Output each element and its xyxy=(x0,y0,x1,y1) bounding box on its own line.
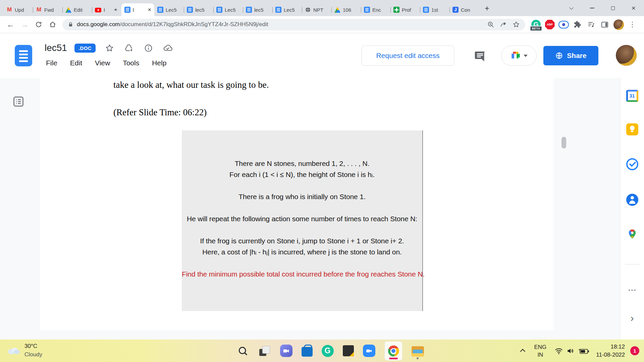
drive-icon xyxy=(334,7,340,13)
browser-menu-button[interactable]: ⋮ xyxy=(627,20,638,28)
tab-title: Enc xyxy=(372,7,387,13)
minimize-button[interactable] xyxy=(582,0,602,16)
document-title[interactable]: lec51 xyxy=(45,43,67,53)
maximize-icon xyxy=(611,6,615,10)
extensions-menu[interactable] xyxy=(572,18,583,31)
menu-view[interactable]: View xyxy=(95,59,110,67)
tab-enc-12[interactable]: Enc xyxy=(361,3,390,16)
youtube-icon xyxy=(95,8,101,12)
media-playlist-icon xyxy=(587,20,595,28)
tab-search-button[interactable] xyxy=(561,0,582,16)
side-panel-button[interactable] xyxy=(599,18,610,31)
reload-button[interactable] xyxy=(32,17,46,32)
tab-lec5-6[interactable]: lec5 xyxy=(184,3,213,16)
keep-icon[interactable] xyxy=(626,123,638,135)
chrome-icon xyxy=(387,345,400,357)
forward-button[interactable]: → xyxy=(17,17,32,32)
back-button[interactable]: ← xyxy=(3,17,17,32)
tab-title: Lec5 xyxy=(166,7,181,13)
tab-title: Lec5 xyxy=(225,7,240,13)
tasks-icon[interactable] xyxy=(626,158,638,170)
contacts-icon[interactable] xyxy=(626,194,638,206)
doc-format-badge: .DOC xyxy=(74,44,96,53)
embedded-slide-image[interactable]: There are N stones, numbered 1, 2, . . .… xyxy=(182,130,423,311)
zoom-app-button[interactable] xyxy=(363,345,375,357)
chat-button[interactable] xyxy=(280,345,292,357)
tab-i-3[interactable]: I xyxy=(92,3,121,16)
tab-lec5-7[interactable]: Lec5 xyxy=(213,3,243,16)
pill-icon xyxy=(558,21,569,28)
grammarly-extension[interactable]: G BETA xyxy=(531,18,541,31)
tab-lec5-8[interactable]: lec5 xyxy=(243,3,272,16)
calendar-icon[interactable]: 31 xyxy=(626,90,638,102)
menu-file[interactable]: File xyxy=(46,59,57,67)
system-indicators[interactable] xyxy=(554,347,589,355)
media-controls-button[interactable] xyxy=(586,18,596,31)
notes-app-button[interactable] xyxy=(343,345,354,356)
new-tab-button[interactable]: + xyxy=(482,3,492,14)
star-document-button[interactable] xyxy=(104,42,115,54)
menu-help[interactable]: Help xyxy=(152,59,166,67)
task-view-button[interactable] xyxy=(258,345,271,357)
tab-l-4[interactable]: l× xyxy=(121,3,154,16)
share-button[interactable]: Share xyxy=(543,46,598,65)
weather-widget[interactable]: 30°C Cloudy xyxy=(7,342,42,359)
show-outline-button[interactable] xyxy=(12,95,25,109)
address-bar[interactable]: docs.google.com/document/d/12K7lqgShkRDk… xyxy=(62,19,525,31)
chrome-app-button[interactable] xyxy=(384,341,402,361)
tab-close-icon[interactable]: × xyxy=(148,7,151,13)
tab-con-15[interactable]: JCon xyxy=(449,3,479,16)
zoom-page-button[interactable] xyxy=(484,19,497,30)
cloud-icon xyxy=(7,346,21,355)
file-explorer-button[interactable] xyxy=(412,346,424,357)
request-edit-access-button[interactable]: Request edit access xyxy=(362,46,454,66)
cloud-save-status[interactable] xyxy=(162,42,173,54)
maximize-button[interactable] xyxy=(602,0,623,16)
home-button[interactable] xyxy=(46,17,60,32)
tab-fwd-1[interactable]: MFwd xyxy=(33,3,62,16)
tab-lec5-5[interactable]: Lec5 xyxy=(154,3,184,16)
tab-prof-13[interactable]: Prof xyxy=(390,3,420,16)
notification-badge[interactable]: 1 xyxy=(630,346,639,355)
meet-call-button[interactable] xyxy=(501,46,537,66)
tab-upd-0[interactable]: MUpd xyxy=(3,3,33,16)
document-page[interactable]: take a look at, what our task is going t… xyxy=(40,78,553,330)
move-to-drive-button[interactable] xyxy=(123,42,135,54)
comments-button[interactable] xyxy=(474,50,486,64)
close-button[interactable]: × xyxy=(623,0,644,16)
menu-edit[interactable]: Edit xyxy=(70,59,82,67)
more-apps-button[interactable]: ⋯ xyxy=(628,285,637,295)
slide-line-0: There are N stones, numbered 1, 2, . . .… xyxy=(182,158,422,169)
pill-extension[interactable] xyxy=(558,18,569,31)
document-canvas: take a look at, what our task is going t… xyxy=(0,78,644,340)
bookmark-button[interactable] xyxy=(510,19,523,30)
start-button[interactable] xyxy=(216,345,227,357)
tab-lec5-9[interactable]: Lec5 xyxy=(272,3,302,16)
language-switcher[interactable]: ENG IN xyxy=(534,343,546,359)
tray-overflow-chevron-icon[interactable] xyxy=(520,349,526,354)
docs-app-icon[interactable] xyxy=(15,45,32,66)
document-status-button[interactable] xyxy=(143,42,154,54)
tab-npt-10[interactable]: NPT xyxy=(302,3,331,16)
microsoft-store-button[interactable] xyxy=(302,347,313,357)
expand-panel-button[interactable]: › xyxy=(631,312,634,324)
adblock-extension[interactable]: ABP xyxy=(544,18,555,31)
profile-button[interactable] xyxy=(613,18,624,31)
tab-106-11[interactable]: 106 xyxy=(331,3,361,16)
search-button[interactable] xyxy=(236,345,249,357)
share-page-button[interactable] xyxy=(497,19,510,30)
account-avatar[interactable] xyxy=(616,45,637,66)
grammarly-app-button[interactable]: G xyxy=(322,345,334,357)
taskbar-apps: G xyxy=(216,340,424,362)
clock-widget[interactable]: 18:12 11-08-2022 xyxy=(596,343,625,359)
docs-header: lec51 .DOC File Edit View Tools Help Req… xyxy=(0,34,644,78)
maps-icon[interactable] xyxy=(627,229,638,239)
tab-edit-2[interactable]: Edit xyxy=(62,3,92,16)
menu-tools[interactable]: Tools xyxy=(123,59,139,67)
scrollbar-thumb[interactable] xyxy=(561,137,566,148)
menu-bar: File Edit View Tools Help xyxy=(46,59,166,67)
tab-1st-14[interactable]: 1st xyxy=(420,3,449,16)
drive-icon xyxy=(65,7,71,13)
tab-audio-icon[interactable] xyxy=(114,7,118,12)
language-code: ENG xyxy=(534,343,546,351)
